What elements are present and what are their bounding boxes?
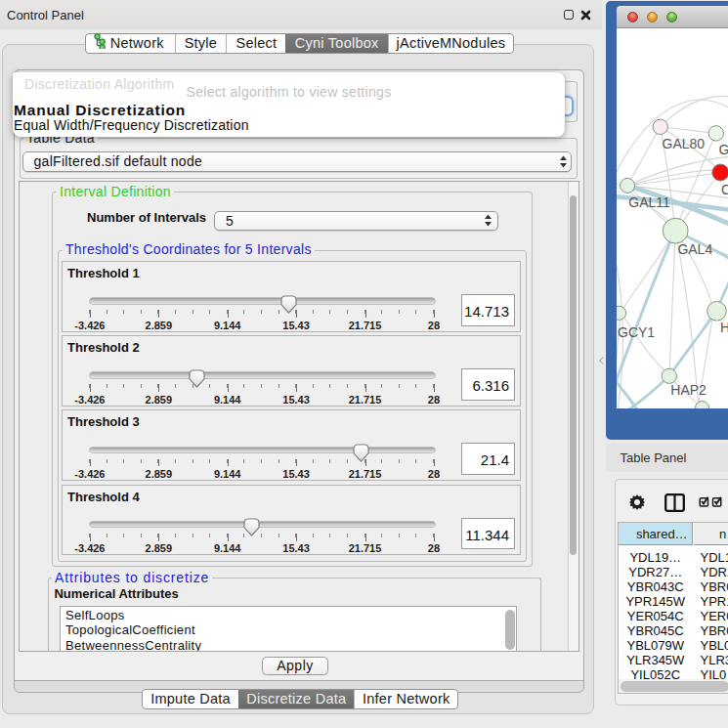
svg-text:GAL4: GAL4 [677, 241, 712, 257]
svg-text:H: H [720, 320, 728, 335]
svg-text:C: C [721, 182, 728, 197]
svg-text:HAP2: HAP2 [670, 382, 707, 398]
svg-text:GA: GA [718, 142, 728, 157]
svg-text:GAL80: GAL80 [662, 136, 705, 151]
svg-text:GCY1: GCY1 [618, 324, 655, 340]
svg-text:GAL11: GAL11 [628, 194, 670, 210]
